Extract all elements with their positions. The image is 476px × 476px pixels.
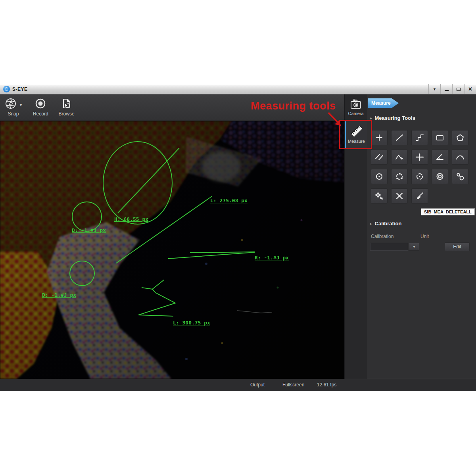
- annotation-arrow-icon: [326, 111, 346, 130]
- app-window: S-EYE ▼ ✕ ▼ Snap: [0, 84, 476, 391]
- tool-angle-button[interactable]: [432, 150, 448, 165]
- measure-label-l1: L: 275.03 px: [210, 198, 248, 203]
- unit-label: Unit: [420, 234, 429, 239]
- maximize-button[interactable]: [452, 84, 464, 94]
- minimize-icon: [445, 90, 449, 91]
- window-title: S-EYE: [12, 86, 28, 92]
- measure-label-d1: D: -1.#J px: [72, 227, 106, 233]
- tool-rectangle-button[interactable]: [432, 130, 448, 145]
- statusbar: Output Fullscreen 12.61 fps: [0, 379, 476, 391]
- delete-all-tooltip: SIB_MEA_DELETEALL: [421, 208, 475, 215]
- tool-point-button[interactable]: [371, 130, 388, 145]
- record-label: Record: [33, 111, 48, 117]
- browse-label: Browse: [59, 111, 75, 117]
- tool-parallel-lines-button[interactable]: [371, 150, 388, 165]
- snap-button[interactable]: ▼ Snap: [4, 97, 23, 117]
- image-canvas[interactable]: H: 60.55 px D: -1.#J px L: 275.03 px R: …: [0, 121, 344, 379]
- measuring-tools-title: Measuring Tools: [375, 115, 415, 121]
- tool-crosshair-button[interactable]: [411, 150, 428, 165]
- titlebar: S-EYE ▼ ✕: [0, 84, 476, 94]
- tool-delete-all-button[interactable]: [411, 188, 428, 203]
- measure-label-l2: L: 300.75 px: [173, 320, 210, 326]
- tool-arc-button[interactable]: [452, 150, 468, 165]
- measure-label-r: R: -1.#J px: [255, 255, 289, 261]
- output-button[interactable]: Output: [250, 382, 265, 388]
- tab-camera-label: Camera: [348, 111, 363, 116]
- tool-circle-2-points-button[interactable]: [411, 169, 428, 184]
- fullscreen-button[interactable]: Fullscreen: [282, 382, 304, 388]
- minimize-button[interactable]: [440, 84, 452, 94]
- tab-camera[interactable]: Camera: [345, 95, 367, 120]
- measuring-tool-grid: [371, 130, 468, 203]
- measuring-tools-header[interactable]: ▸ Measuring Tools: [370, 115, 415, 121]
- browse-button[interactable]: Browse: [59, 97, 75, 117]
- pin-menu-button[interactable]: ▼: [428, 84, 440, 94]
- calibration-select-field[interactable]: [370, 243, 408, 251]
- microscope-image: H: 60.55 px D: -1.#J px L: 275.03 px R: …: [0, 121, 344, 379]
- measure-label-d2: D: -1.#J px: [42, 292, 76, 298]
- tool-two-circles-button[interactable]: [452, 169, 468, 184]
- browse-icon: [60, 97, 73, 110]
- tool-concentric-circles-button[interactable]: [432, 169, 448, 184]
- calibration-label: Calibration: [371, 234, 393, 239]
- tool-circle-center-radius-button[interactable]: [371, 169, 388, 184]
- fps-indicator: 12.61 fps: [317, 382, 336, 388]
- measure-label-h: H: 60.55 px: [114, 216, 148, 222]
- measure-breadcrumb-tag[interactable]: Measure: [368, 98, 399, 108]
- record-button[interactable]: Record: [33, 97, 48, 117]
- close-icon: ✕: [468, 86, 472, 92]
- tool-polygon-button[interactable]: [452, 130, 468, 145]
- section-bullet-icon: ▸: [370, 116, 372, 120]
- tool-polyline-button[interactable]: [411, 130, 428, 145]
- section-bullet-icon: ▸: [370, 222, 372, 226]
- record-icon: [34, 97, 47, 110]
- shutter-icon: [4, 97, 17, 110]
- camera-icon: [349, 98, 363, 110]
- tool-move-button[interactable]: [371, 188, 388, 203]
- measure-panel: Measure ▸ Measuring Tools: [367, 94, 476, 379]
- tool-delete-button[interactable]: [391, 188, 408, 203]
- calibration-header[interactable]: ▸ Calibration: [370, 221, 401, 226]
- caret-down-icon: ▼: [433, 87, 436, 91]
- snap-dropdown-icon[interactable]: ▼: [19, 103, 23, 107]
- close-button[interactable]: ✕: [464, 84, 476, 94]
- tool-line-button[interactable]: [391, 130, 408, 145]
- app-logo-icon: [3, 86, 10, 92]
- chevron-down-icon: ▼: [413, 245, 416, 249]
- tool-perpendicular-button[interactable]: [391, 150, 408, 165]
- snap-label: Snap: [8, 111, 19, 117]
- tool-circle-3-points-button[interactable]: [391, 169, 408, 184]
- annotation-text: Measuring tools: [251, 100, 336, 112]
- edit-button[interactable]: Edit: [445, 242, 470, 251]
- specimen-background: [0, 121, 344, 379]
- window-controls: ▼ ✕: [428, 84, 476, 94]
- maximize-icon: [457, 88, 461, 91]
- calibration-dropdown-button[interactable]: ▼: [409, 243, 419, 251]
- calibration-title: Calibration: [375, 221, 402, 226]
